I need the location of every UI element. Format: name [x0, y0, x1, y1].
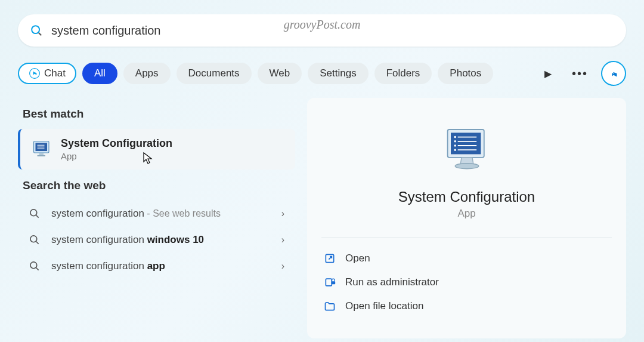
- detail-panel: System Configuration App Open Run as adm…: [307, 98, 626, 338]
- bing-icon: [607, 67, 620, 80]
- svg-rect-17: [451, 133, 481, 154]
- svg-point-0: [32, 26, 39, 33]
- more-filters-arrow-icon[interactable]: ▶: [537, 68, 559, 79]
- chevron-right-icon: ›: [281, 208, 284, 219]
- folder-icon: [324, 300, 336, 312]
- chat-label: Chat: [44, 67, 66, 79]
- filter-tab-photos[interactable]: Photos: [438, 63, 493, 84]
- web-text-prefix: system configuration: [51, 208, 144, 219]
- svg-point-20: [454, 140, 456, 143]
- svg-point-24: [454, 149, 456, 151]
- search-icon: [29, 260, 41, 272]
- more-options-icon[interactable]: •••: [565, 67, 595, 81]
- filter-tab-documents[interactable]: Documents: [177, 63, 252, 84]
- best-match-header: Best match: [23, 107, 290, 121]
- action-run-as-admin[interactable]: Run as administrator: [321, 270, 612, 294]
- filter-tab-apps[interactable]: Apps: [123, 63, 171, 84]
- best-match-result[interactable]: System Configuration App: [18, 129, 295, 170]
- best-match-subtitle: App: [61, 151, 284, 161]
- web-text-prefix: system configuration: [51, 234, 147, 245]
- svg-line-15: [36, 268, 39, 270]
- svg-rect-9: [38, 155, 46, 156]
- web-result-1[interactable]: system configuration windows 10 ›: [18, 227, 295, 253]
- bing-chat-icon: [29, 67, 41, 79]
- filter-tab-settings[interactable]: Settings: [308, 63, 368, 84]
- svg-rect-28: [326, 279, 332, 286]
- web-text-suffix: - See web results: [144, 208, 221, 218]
- web-text-bold: app: [147, 260, 165, 272]
- filter-tab-web[interactable]: Web: [258, 63, 302, 84]
- svg-point-12: [30, 236, 37, 242]
- chevron-right-icon: ›: [281, 235, 284, 245]
- search-web-header: Search the web: [23, 179, 290, 192]
- best-match-title: System Configuration: [61, 137, 284, 150]
- open-icon: [324, 252, 336, 264]
- shield-admin-icon: [324, 276, 336, 288]
- filter-row: Chat All Apps Documents Web Settings Fol…: [18, 61, 626, 86]
- search-bar[interactable]: [18, 14, 626, 47]
- search-icon: [29, 208, 41, 220]
- svg-point-18: [454, 136, 456, 138]
- filter-tab-all[interactable]: All: [82, 63, 117, 84]
- svg-point-14: [30, 262, 37, 269]
- svg-line-1: [39, 33, 42, 36]
- svg-line-11: [36, 215, 39, 218]
- detail-title: System Configuration: [321, 189, 612, 205]
- web-text-bold: windows 10: [147, 234, 204, 245]
- svg-rect-29: [332, 281, 336, 284]
- svg-point-10: [30, 209, 37, 216]
- svg-point-22: [454, 144, 456, 147]
- web-result-2[interactable]: system configuration app ›: [18, 253, 295, 279]
- action-label: Open: [345, 252, 370, 264]
- chat-button[interactable]: Chat: [18, 63, 76, 84]
- filter-tab-folders[interactable]: Folders: [374, 63, 432, 84]
- action-label: Open file location: [345, 300, 423, 312]
- search-icon: [29, 234, 41, 246]
- system-configuration-large-icon: [440, 124, 494, 178]
- bing-button[interactable]: [601, 61, 626, 86]
- svg-point-26: [455, 164, 479, 169]
- search-icon: [30, 24, 43, 37]
- results-column: Best match System Configuration App: [18, 98, 295, 338]
- action-open[interactable]: Open: [321, 247, 612, 270]
- web-text-prefix: system configuration: [51, 260, 147, 272]
- web-result-0[interactable]: system configuration - See web results ›: [18, 201, 295, 227]
- chevron-right-icon: ›: [281, 261, 284, 272]
- system-configuration-icon: [31, 138, 52, 160]
- detail-subtitle: App: [321, 208, 612, 220]
- divider: [321, 238, 612, 238]
- search-input[interactable]: [51, 24, 614, 38]
- action-label: Run as administrator: [345, 276, 439, 288]
- svg-line-13: [36, 242, 39, 244]
- svg-rect-8: [39, 153, 44, 155]
- action-open-location[interactable]: Open file location: [321, 294, 612, 318]
